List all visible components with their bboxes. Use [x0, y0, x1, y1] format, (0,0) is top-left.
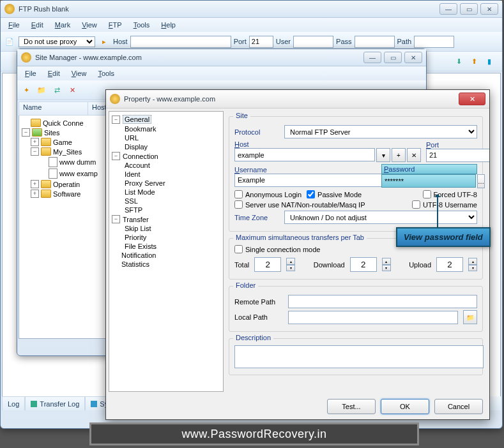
collapse-icon[interactable]: − — [112, 152, 120, 160]
nav-bookmark[interactable]: Bookmark — [125, 124, 220, 133]
host-remove-button[interactable]: ✕ — [407, 148, 421, 162]
nav-proxy[interactable]: Proxy Server — [125, 179, 220, 188]
passive-checkbox[interactable]: Passive Mode — [307, 190, 362, 198]
nav-ssl[interactable]: SSL — [125, 197, 220, 205]
username-label: Username — [234, 166, 376, 174]
timezone-select[interactable]: Unknown / Do not adjust — [284, 211, 477, 224]
port-input[interactable] — [249, 36, 273, 48]
remote-path-input[interactable] — [288, 295, 477, 308]
maximize-button[interactable]: ▭ — [460, 3, 478, 15]
cancel-button[interactable]: Cancel — [434, 399, 483, 414]
nav-general[interactable]: −General — [112, 114, 220, 124]
local-path-input[interactable] — [288, 311, 458, 324]
host-input[interactable] — [234, 148, 375, 161]
menu-edit[interactable]: Edit — [26, 20, 49, 30]
nav-statistics[interactable]: Statistics — [112, 260, 220, 269]
collapse-icon[interactable]: − — [22, 128, 30, 137]
port-input[interactable] — [426, 149, 489, 162]
nav-listmode[interactable]: List Mode — [125, 188, 220, 197]
nav-notification[interactable]: Notification — [112, 251, 220, 260]
sm-close-button[interactable]: ✕ — [404, 52, 422, 63]
sm-menu-tools[interactable]: Tools — [93, 68, 119, 78]
group-desc-label: Description — [233, 334, 273, 341]
username-input[interactable] — [234, 174, 383, 187]
tb-icon-1[interactable]: ⬇ — [452, 55, 465, 68]
sm-menu-file[interactable]: File — [20, 68, 42, 78]
password-more-button[interactable]: … — [477, 174, 485, 188]
description-textarea[interactable] — [234, 345, 484, 368]
prop-title: Property - www.example.com — [124, 95, 459, 103]
nav-display[interactable]: Display — [125, 142, 220, 151]
prop-close-button[interactable]: ✕ — [459, 93, 485, 105]
upload-spinner[interactable] — [436, 257, 463, 272]
nav-ident[interactable]: Ident — [125, 170, 220, 179]
host-label: Host — [234, 140, 421, 148]
sm-titlebar: Site Manager - www.example.com — ▭ ✕ — [17, 49, 426, 66]
expand-icon[interactable]: + — [31, 190, 39, 198]
nav-account[interactable]: Account — [125, 161, 220, 170]
sm-delete-icon[interactable]: ✕ — [66, 84, 79, 96]
collapse-icon[interactable]: − — [31, 147, 39, 156]
new-doc-icon[interactable]: 📄 — [3, 35, 16, 48]
upload-spin-buttons[interactable]: ▴▾ — [468, 258, 477, 271]
prop-titlebar: Property - www.example.com ✕ — [106, 90, 489, 108]
download-spin-buttons[interactable]: ▴▾ — [382, 258, 391, 271]
nav-sftp[interactable]: SFTP — [125, 205, 220, 214]
path-label: Path — [397, 38, 412, 45]
pass-input[interactable] — [355, 36, 395, 48]
nav-skip[interactable]: Skip List — [125, 224, 220, 233]
folder-icon — [41, 180, 51, 188]
menu-tools[interactable]: Tools — [128, 20, 155, 30]
utf8-checkbox[interactable]: Forced UTF-8 — [423, 190, 477, 198]
menu-view[interactable]: View — [77, 20, 102, 30]
tb-icon-3[interactable]: ▮ — [483, 55, 496, 68]
utf8-username-checkbox[interactable]: UTF-8 Username — [412, 200, 477, 209]
sm-folder-icon[interactable]: 📁 — [35, 84, 48, 96]
nav-priority[interactable]: Priority — [125, 233, 220, 242]
collapse-icon[interactable]: − — [112, 116, 120, 124]
nav-url[interactable]: URL — [125, 133, 220, 142]
close-button[interactable]: ✕ — [480, 3, 498, 15]
connect-icon[interactable]: ▸ — [98, 35, 111, 48]
tb-icon-2[interactable]: ⬆ — [468, 55, 480, 68]
browse-folder-button[interactable]: 📁 — [463, 310, 477, 324]
password-input[interactable] — [381, 174, 476, 188]
sm-minimize-button[interactable]: — — [363, 52, 381, 63]
sm-connect-icon[interactable]: ⇄ — [50, 84, 63, 96]
anonymous-checkbox[interactable]: Anonymous Login — [234, 190, 302, 198]
tab-transfer-log[interactable]: Transfer Log — [25, 396, 85, 410]
host-add-button[interactable]: + — [392, 148, 406, 162]
menu-ftp[interactable]: FTP — [103, 20, 127, 30]
protocol-select[interactable]: Normal FTP Server — [284, 125, 477, 138]
upload-label: Upload — [409, 261, 431, 269]
col-name[interactable]: Name — [19, 102, 88, 115]
footer-watermark: www.PasswordRecovery.in — [89, 422, 419, 445]
menu-mark[interactable]: Mark — [50, 20, 75, 30]
sm-menu-edit[interactable]: Edit — [43, 68, 65, 78]
menu-help[interactable]: Help — [156, 20, 181, 30]
host-input[interactable] — [130, 36, 231, 48]
ok-button[interactable]: OK — [381, 399, 429, 414]
path-input[interactable] — [414, 36, 454, 48]
nav-connection[interactable]: −Connection — [112, 151, 220, 161]
total-spinner[interactable] — [254, 257, 281, 272]
sm-maximize-button[interactable]: ▭ — [384, 52, 402, 63]
nat-checkbox[interactable]: Server use NAT/Non-routable/Masq IP — [234, 200, 365, 209]
expand-icon[interactable]: + — [31, 138, 39, 146]
expand-icon[interactable]: + — [31, 180, 39, 188]
menu-file[interactable]: File — [3, 20, 25, 30]
group-description: Description — [229, 338, 483, 375]
sm-new-icon[interactable]: ✦ — [20, 84, 33, 96]
nav-transfer[interactable]: −Transfer — [112, 214, 220, 224]
tab-log[interactable]: Log — [2, 396, 25, 410]
download-spinner[interactable] — [350, 257, 377, 272]
test-button[interactable]: Test... — [327, 399, 376, 414]
minimize-button[interactable]: — — [439, 3, 457, 15]
collapse-icon[interactable]: − — [112, 215, 120, 223]
proxy-select[interactable]: Do not use proxy — [19, 36, 95, 47]
nav-fileexists[interactable]: File Exists — [125, 242, 220, 251]
user-input[interactable] — [293, 36, 333, 48]
host-dropdown-button[interactable]: ▾ — [376, 148, 390, 162]
sm-menu-view[interactable]: View — [66, 68, 92, 78]
total-spin-buttons[interactable]: ▴▾ — [286, 258, 295, 271]
